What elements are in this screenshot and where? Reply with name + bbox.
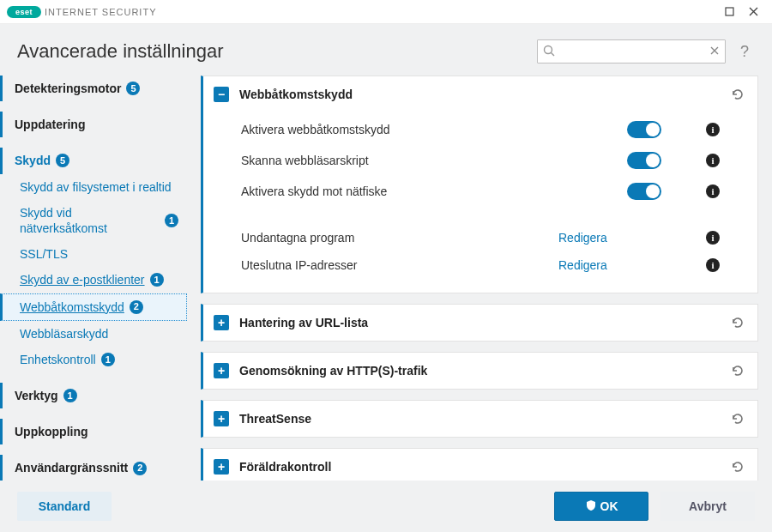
info-icon[interactable]: i [706, 184, 720, 198]
sidebar-item-skydd-epostklienter[interactable]: Skydd av e-postklienter 1 [0, 267, 187, 293]
panel-title: Föräldrakontroll [239, 460, 728, 474]
panel-title: ThreatSense [239, 412, 728, 426]
badge: 1 [165, 214, 178, 227]
product-name: INTERNET SECURITY [45, 7, 156, 17]
badge: 1 [63, 389, 77, 402]
sidebar-item-label: Skydd [15, 153, 51, 168]
setting-row: Aktivera skydd mot nätfiske i [241, 176, 720, 207]
sidebar-item-label: SSL/TLS [20, 246, 68, 262]
badge: 5 [56, 154, 69, 167]
sidebar-item-label: Skydd av e-postklienter [20, 272, 145, 287]
panel-foraldrakontroll: + Föräldrakontroll [201, 448, 758, 481]
revert-icon[interactable] [728, 313, 747, 332]
panel-title: Hantering av URL-lista [239, 316, 728, 329]
setting-label: Aktivera skydd mot nätfiske [241, 184, 627, 198]
sidebar-item-skydd-natverksatkomst[interactable]: Skydd vid nätverksåtkomst 1 [0, 200, 187, 241]
badge: 5 [126, 82, 140, 95]
panel-url-lista: + Hantering av URL-lista [201, 304, 758, 342]
sidebar-item-skydd[interactable]: Skydd 5 [0, 148, 187, 173]
sidebar-item-label: Uppdatering [15, 117, 85, 132]
toggle-aktivera-natfiskeskydd[interactable] [627, 183, 661, 200]
sidebar-item-label: Uppkoppling [15, 424, 88, 439]
panel-https-trafik: + Genomsökning av HTTP(S)-trafik [201, 352, 758, 390]
sidebar-item-label: Verktyg [15, 388, 58, 403]
panel-title: Webbåtkomstskydd [239, 88, 728, 101]
sidebar-item-skydd-filsystem[interactable]: Skydd av filsystemet i realtid [0, 174, 187, 200]
sidebar-item-label: Enhetskontroll [20, 352, 96, 367]
search-icon [543, 45, 555, 59]
edit-link-uteslutna-ip[interactable]: Redigera [558, 258, 687, 272]
window-maximize-icon[interactable] [717, 3, 741, 21]
window-close-icon[interactable] [741, 3, 765, 21]
expand-icon[interactable]: + [214, 315, 229, 330]
sidebar-item-label: Användargränssnitt [15, 460, 128, 475]
search-box[interactable] [537, 39, 726, 63]
setting-row: Skanna webbläsarskript i [241, 145, 720, 176]
sidebar-item-label: Webbläsarskydd [20, 326, 108, 342]
panel-title: Genomsökning av HTTP(S)-trafik [239, 364, 728, 378]
sidebar-item-label: Skydd vid nätverksåtkomst [20, 205, 160, 236]
panel-threatsense: + ThreatSense [201, 400, 758, 438]
revert-icon[interactable] [728, 409, 747, 428]
sidebar-item-webbatkomstskydd[interactable]: Webbåtkomstskydd 2 [0, 293, 187, 321]
info-icon[interactable]: i [706, 154, 720, 167]
cancel-button[interactable]: Avbryt [660, 492, 755, 521]
help-icon[interactable]: ? [734, 43, 755, 61]
sidebar: Detekteringsmotor 5 Uppdatering Skydd 5 … [0, 72, 187, 481]
main: − Webbåtkomstskydd Aktivera webbåtkomsts… [187, 72, 758, 481]
info-icon[interactable]: i [706, 123, 720, 136]
svg-text:eset: eset [15, 8, 33, 16]
badge: 1 [101, 353, 115, 366]
expand-icon[interactable]: + [214, 411, 229, 426]
shield-icon [585, 499, 597, 514]
sidebar-item-verktyg[interactable]: Verktyg 1 [0, 383, 187, 408]
setting-label: Aktivera webbåtkomstskydd [241, 123, 627, 136]
panel-webbatkomstskydd: − Webbåtkomstskydd Aktivera webbåtkomsts… [201, 76, 758, 293]
search-input[interactable] [555, 45, 709, 59]
setting-label: Undantagna program [241, 231, 558, 245]
badge: 2 [130, 300, 143, 314]
revert-icon[interactable] [728, 457, 747, 476]
edit-link-undantagna-program[interactable]: Redigera [558, 231, 687, 245]
setting-row: Aktivera webbåtkomstskydd i [241, 114, 720, 145]
title-bar: eset INTERNET SECURITY [0, 0, 772, 24]
setting-row: Undantagna program Redigera i [241, 224, 720, 251]
toggle-aktivera-webbatkomstskydd[interactable] [627, 121, 661, 138]
expand-icon[interactable]: + [214, 363, 229, 378]
footer: Standard OK Avbryt [0, 481, 772, 532]
sidebar-item-label: Detekteringsmotor [15, 81, 121, 96]
page-title: Avancerade inställningar [17, 40, 224, 63]
sidebar-item-anvandargranssnitt[interactable]: Användargränssnitt 2 [0, 455, 187, 481]
ok-button-label: OK [600, 499, 618, 513]
collapse-icon[interactable]: − [214, 87, 229, 102]
sidebar-item-uppdatering[interactable]: Uppdatering [0, 112, 187, 137]
info-icon[interactable]: i [706, 258, 720, 272]
revert-icon[interactable] [728, 85, 747, 104]
svg-point-3 [545, 45, 552, 53]
revert-icon[interactable] [728, 361, 747, 380]
header: Avancerade inställningar ? [0, 24, 772, 72]
setting-row: Uteslutna IP-adresser Redigera i [241, 251, 720, 279]
sidebar-item-label: Webbåtkomstskydd [20, 299, 124, 315]
sidebar-item-uppkoppling[interactable]: Uppkoppling [0, 419, 187, 444]
toggle-skanna-webblasarskript[interactable] [627, 152, 661, 169]
ok-button[interactable]: OK [554, 492, 648, 521]
expand-icon[interactable]: + [214, 459, 229, 475]
sidebar-item-ssl-tls[interactable]: SSL/TLS [0, 241, 187, 267]
clear-search-icon[interactable] [709, 45, 720, 58]
sidebar-item-enhetskontroll[interactable]: Enhetskontroll 1 [0, 347, 187, 372]
sidebar-item-detekteringsmotor[interactable]: Detekteringsmotor 5 [0, 76, 187, 101]
setting-label: Uteslutna IP-adresser [241, 258, 558, 272]
badge: 2 [133, 462, 147, 475]
info-icon[interactable]: i [706, 231, 720, 245]
sidebar-item-webblasarskydd[interactable]: Webbläsarskydd [0, 321, 187, 347]
sidebar-item-label: Skydd av filsystemet i realtid [20, 179, 172, 195]
badge: 1 [150, 273, 164, 287]
svg-rect-2 [726, 8, 733, 15]
default-button[interactable]: Standard [17, 492, 112, 521]
panel-body: Aktivera webbåtkomstskydd i Skanna webbl… [203, 112, 757, 293]
brand-logo: eset INTERNET SECURITY [7, 6, 156, 18]
setting-label: Skanna webbläsarskript [241, 154, 627, 167]
